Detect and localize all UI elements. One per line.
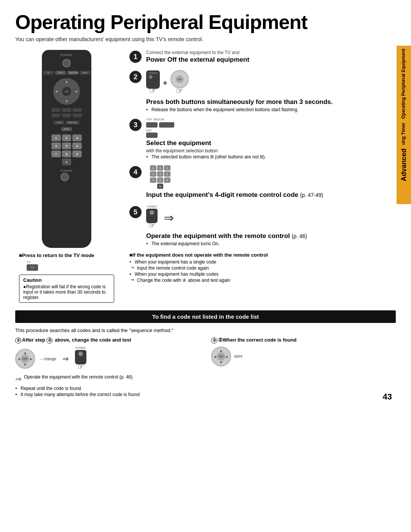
bottom-intro-text: This procedure searches all codes and is… [15, 328, 396, 333]
store-arrow-row: ▲ ▼ ◄ ► OK store [211, 347, 242, 366]
step-3-heading: Select the equipment [146, 139, 266, 147]
remote-num-6: 6 [72, 142, 82, 149]
step-3-sub: with the equipment selection button [146, 148, 266, 153]
remote-dvd-btn-top: DVD [80, 71, 90, 75]
remote-power-button [62, 59, 71, 67]
remote-arrow-up: ▲ [65, 80, 68, 83]
step-5-content: POWER ☞ ⇒ Operate the equipment with the… [146, 205, 307, 247]
vcr-dbs-btns [146, 122, 174, 128]
remote-dvd-small: DVD [61, 127, 72, 131]
remote-dbs-btn: DBS/CBL [67, 71, 78, 75]
ok-remote-small: OK ☞ [170, 70, 189, 96]
ok-dpad-circle: OK [170, 70, 189, 88]
step-5-arrow: ⇒ [164, 211, 174, 225]
remote-num-1: 1 [51, 134, 61, 141]
remote-num-5: 5 [62, 142, 72, 149]
page-title: Operating Peripheral Equipment [15, 11, 396, 33]
step-1-block: 1 Connect the external equipment to the … [129, 50, 396, 65]
if-equip-single-bullet: When your equipment has a single code [129, 259, 396, 265]
dpad-store-down: ▼ [219, 360, 223, 364]
seq-power-dot [78, 351, 83, 356]
remote-num-0: 0 [62, 158, 72, 165]
step-2-bullet-1: Release the buttons when the equipment s… [146, 107, 333, 112]
bottom-left-title: ①After step ③ above, change the code and… [15, 337, 200, 343]
step-4-heading: Input the equipment's 4-digit remote con… [146, 191, 323, 199]
ngb-5: 5 [157, 171, 164, 177]
advanced-label: Advanced [400, 149, 408, 181]
remote-arrow-down: ▼ [65, 99, 68, 103]
step-2-circle: 2 [129, 71, 142, 83]
step-2-heading: Press both buttons simultaneously for mo… [146, 98, 333, 106]
dbs-equip-btn [159, 122, 174, 128]
dpad-up-arrow: ▲ [23, 351, 27, 355]
step-5-block: 5 POWER ☞ ⇒ Operate the equipment w [129, 205, 396, 247]
remote-bottom-power-label: POWER [61, 169, 72, 172]
dpad-store-up: ▲ [219, 348, 223, 353]
bottom-right-col: ②②When the correct code is found ▲ ▼ ◄ ►… [211, 337, 396, 398]
ngb-1: 1 [150, 165, 156, 171]
remote-dbs-small: DBS/CBL [66, 121, 80, 125]
remote-misc-2 [62, 108, 71, 112]
dpad-circle-sm: ▲ ▼ ◄ ► OK [15, 349, 35, 369]
dpad-illustration: ▲ ▼ ◄ ► OK → change ⇒ POWER ☞ [15, 347, 200, 371]
right-column: 1 Connect the external equipment to the … [118, 50, 396, 306]
side-tab-text: Operating Peripheral Equipment [401, 49, 407, 119]
if-equip-multi-arrow: Change the code with ④ above and test ag… [129, 278, 396, 283]
dpad-down-arrow: ▼ [23, 363, 27, 367]
remote-bottom-power: POWER [61, 169, 72, 183]
dpad-store-illustration: ▲ ▼ ◄ ► OK store [211, 347, 396, 366]
power-remote-small: POWER ☞ [146, 70, 160, 96]
page-number: 43 [383, 392, 392, 402]
remote-num-3: 3 [72, 134, 82, 141]
remote-ok-center: OK [62, 87, 71, 96]
step-4-block: 4 1 2 3 4 5 6 7 8 9 0 Input [129, 165, 396, 200]
operate-note: ⇒ Operate the equipment with the remote … [15, 374, 200, 383]
remote-dvd-row: DVD [45, 126, 88, 131]
step-4-circle: 4 [129, 166, 142, 178]
remote-source-row: TV VCR DBS/CBL DVD [45, 71, 88, 75]
circle-num-1: ① [15, 337, 21, 343]
remote-vcr-btn: VCR [55, 71, 66, 75]
step-5-power-remote: POWER ☞ [146, 205, 158, 230]
remote-num-4: 4 [51, 142, 61, 149]
dvd-equip-btn [146, 133, 158, 138]
press-return-section: ■Press to return to the TV mode TV TV [19, 252, 118, 271]
step-5-circle: 5 [129, 206, 142, 218]
left-bullet-1: Repeat until the code is found [15, 386, 200, 391]
operate-arrow-icon: ⇒ [15, 374, 22, 383]
step-1-heading: Power Off the external equipment [146, 56, 249, 64]
remote-vcr-small: VCR [54, 121, 64, 125]
step-5-finger-icon: ☞ [148, 221, 155, 230]
store-label: store [234, 354, 242, 358]
vcr-dbs-row: VCR DBS/CBL [146, 118, 174, 121]
dpad-store-left: ◄ [213, 354, 217, 358]
vcr-equip-btn [146, 122, 158, 128]
ngb-9: 9 [164, 177, 170, 183]
step-2-block: 2 POWER ☞ [129, 70, 396, 113]
step-5-power-label: POWER [147, 205, 157, 208]
remote-arrow-left: ◄ [55, 89, 58, 93]
bottom-columns: ①After step ③ above, change the code and… [15, 337, 396, 398]
remote-misc-5 [62, 113, 71, 117]
ngb-6: 6 [164, 171, 170, 177]
step-3-equip-area: VCR DBS/CBL DVD [146, 118, 266, 138]
remote-num-9: 9 [72, 150, 82, 157]
if-equipment-title: ■If the equipment does not operate with … [129, 252, 396, 258]
ngb-0: 0 [157, 184, 164, 189]
step-3-block: 3 VCR DBS/CBL DV [129, 118, 396, 160]
seq-power-remote: POWER ☞ [75, 347, 86, 371]
side-tab-operating: Operating Peripheral Equipment Using Tim… [397, 46, 411, 152]
step-2-images: POWER ☞ + OK [146, 70, 333, 96]
step-3-circle: 3 [129, 119, 142, 131]
dvd-small-label: DVD [146, 129, 174, 132]
remote-body: POWER TV VCR DBS/CBL DVD ▲ ▼ ◄ ► [42, 50, 91, 248]
if-equip-multi-bullet: When your equipment has multiple codes [129, 272, 396, 277]
dpad-store-circle: ▲ ▼ ◄ ► OK [211, 347, 231, 366]
step-4-numpad: 1 2 3 4 5 6 7 8 9 0 [150, 165, 170, 189]
step-5-ref: (p. 46) [292, 233, 307, 239]
seq-power-label: POWER [75, 347, 85, 349]
press-return-title: ■Press to return to the TV mode [19, 252, 118, 258]
remote-num-7: 7 [51, 150, 61, 157]
black-banner: To find a code not listed in the code li… [15, 310, 396, 323]
remote-numpad: 1 2 3 4 5 6 7 8 9 0 [51, 134, 82, 165]
